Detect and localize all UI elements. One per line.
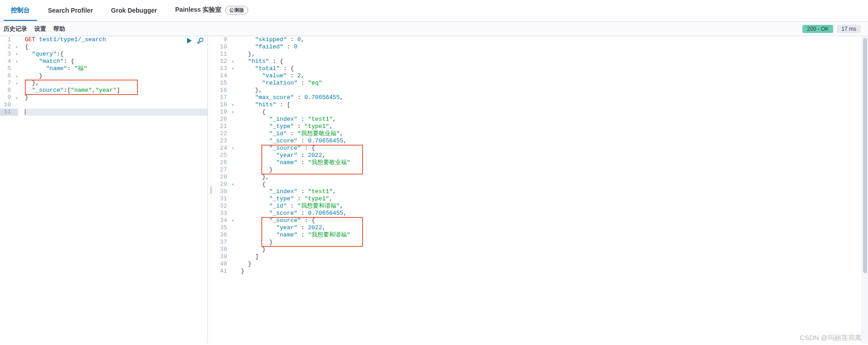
line-number: 41 <box>216 268 234 275</box>
code-line[interactable]: } <box>241 239 868 246</box>
line-number: 38 <box>216 246 234 253</box>
line-number: 3 ▾ <box>0 51 18 58</box>
history-link[interactable]: 历史记录 <box>4 25 27 33</box>
code-line[interactable]: "_id" : "我想要和谐福", <box>241 203 868 210</box>
line-number: 12 ▾ <box>216 58 234 65</box>
line-number: 16 <box>216 87 234 94</box>
code-line[interactable]: }, <box>25 80 208 87</box>
code-line[interactable]: "_index" : "test1", <box>241 116 868 123</box>
line-number: 24 ▾ <box>216 145 234 152</box>
line-number: 30 <box>216 188 234 195</box>
code-line[interactable]: "max_score" : 0.70656455, <box>241 94 868 101</box>
line-number: 39 <box>216 253 234 260</box>
code-line[interactable]: "relation" : "eq" <box>241 80 868 87</box>
line-number: 26 <box>216 159 234 166</box>
help-link[interactable]: 帮助 <box>53 25 65 33</box>
code-line[interactable]: "hits" : { <box>241 58 868 65</box>
line-number: 28 <box>216 174 234 181</box>
line-number: 11 <box>0 109 18 116</box>
line-number: 17 <box>216 94 234 101</box>
line-number: 33 <box>216 210 234 217</box>
line-number: 32 <box>216 203 234 210</box>
code-line[interactable]: } <box>241 268 868 275</box>
code-line[interactable]: } <box>25 94 208 101</box>
line-number: 29 ▾ <box>216 181 234 188</box>
code-line[interactable]: "name" : "我想要敬业福" <box>241 159 868 166</box>
line-number: 37 <box>216 239 234 246</box>
code-line[interactable]: } <box>241 260 868 268</box>
code-line[interactable]: { <box>25 43 208 51</box>
code-line[interactable]: }, <box>241 87 868 94</box>
status-badge: 200 - OK <box>802 25 833 33</box>
line-number: 5 <box>0 65 18 72</box>
code-line[interactable]: "hits" : [ <box>241 101 868 109</box>
code-line[interactable]: "failed" : 0 <box>241 43 868 51</box>
code-line[interactable]: "year" : 2022, <box>241 224 868 232</box>
line-number: 21 <box>216 123 234 130</box>
line-number: 9 ▴ <box>0 94 18 101</box>
line-number: 6 ▴ <box>0 72 18 80</box>
code-line[interactable]: { <box>241 181 868 188</box>
line-number: 10 <box>0 101 18 109</box>
code-line[interactable]: "value" : 2, <box>241 72 868 80</box>
tab-grok-debugger[interactable]: Grok Debugger <box>104 1 165 20</box>
line-number: 18 ▾ <box>216 101 234 109</box>
code-line[interactable]: "match": { <box>25 58 208 65</box>
code-line[interactable]: "name" : "我想要和谐福" <box>241 232 868 239</box>
code-line[interactable]: "_score" : 0.70656455, <box>241 137 868 145</box>
code-line[interactable]: GET test1/type1/_search <box>25 36 208 43</box>
line-number: 13 ▾ <box>216 65 234 72</box>
line-number: 19 ▾ <box>216 109 234 116</box>
request-pane[interactable]: 1 2 ▾3 ▾4 ▾5 6 ▴7 ▴8 9 ▴10 11 GET test1/… <box>0 36 208 344</box>
line-number: 15 <box>216 80 234 87</box>
line-number: 4 ▾ <box>0 58 18 65</box>
run-request-icon[interactable] <box>186 37 193 47</box>
code-line[interactable]: { <box>241 109 868 116</box>
code-line[interactable]: "_score" : 0.70656455, <box>241 210 868 217</box>
line-number: 22 <box>216 130 234 137</box>
tab-painless-label: Painless 实验室 <box>175 6 222 13</box>
settings-link[interactable]: 设置 <box>34 25 46 33</box>
line-number: 35 <box>216 224 234 232</box>
scrollbar-thumb[interactable] <box>863 38 867 273</box>
editor-split: 1 2 ▾3 ▾4 ▾5 6 ▴7 ▴8 9 ▴10 11 GET test1/… <box>0 36 868 344</box>
code-line[interactable]: }, <box>241 174 868 181</box>
code-line[interactable]: } <box>241 246 868 253</box>
code-line[interactable]: "year" : 2022, <box>241 152 868 159</box>
line-number: 11 <box>216 51 234 58</box>
line-number: 25 <box>216 152 234 159</box>
line-number: 14 <box>216 72 234 80</box>
code-line[interactable]: "skipped" : 0, <box>241 36 868 43</box>
code-line[interactable]: "_index" : "test1", <box>241 188 868 195</box>
response-scrollbar[interactable] <box>862 36 868 344</box>
line-number: 23 <box>216 137 234 145</box>
line-number: 9 <box>216 36 234 43</box>
code-line[interactable] <box>25 109 208 116</box>
code-line[interactable]: ] <box>241 253 868 260</box>
code-line[interactable]: "_source" : { <box>241 145 868 152</box>
code-line[interactable]: } <box>25 72 208 80</box>
code-line[interactable]: "name": "福" <box>25 65 208 72</box>
tab-console[interactable]: 控制台 <box>4 1 37 21</box>
tab-search-profiler[interactable]: Search Profiler <box>41 1 100 20</box>
tab-painless-lab[interactable]: Painless 实验室 公测版 <box>168 0 256 21</box>
code-line[interactable]: "_source" : { <box>241 217 868 224</box>
tab-bar: 控制台 Search Profiler Grok Debugger Painle… <box>0 0 868 22</box>
code-line[interactable] <box>25 101 208 109</box>
wrench-icon[interactable] <box>197 37 204 47</box>
code-line[interactable]: "_source":["name","year"] <box>25 87 208 94</box>
line-number: 36 <box>216 232 234 239</box>
line-number: 31 <box>216 195 234 203</box>
line-number: 8 <box>0 87 18 94</box>
code-line[interactable]: } <box>241 166 868 174</box>
response-pane[interactable]: 9 10 11 12 ▾13 ▾14 15 16 17 18 ▾19 ▾20 2… <box>208 36 868 344</box>
code-line[interactable]: }, <box>241 51 868 58</box>
line-number: 40 <box>216 260 234 268</box>
line-number: 27 <box>216 166 234 174</box>
beta-badge: 公测版 <box>225 6 248 14</box>
code-line[interactable]: "total" : { <box>241 65 868 72</box>
code-line[interactable]: "_type" : "type1", <box>241 195 868 203</box>
code-line[interactable]: "_id" : "我想要敬业福", <box>241 130 868 137</box>
code-line[interactable]: "_type" : "type1", <box>241 123 868 130</box>
code-line[interactable]: "query":{ <box>25 51 208 58</box>
